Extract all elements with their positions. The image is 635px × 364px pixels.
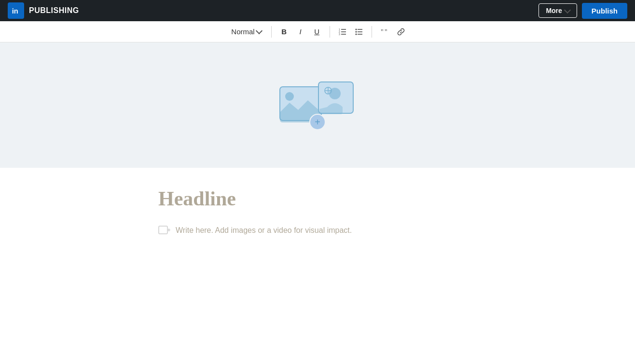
text-style-chevron-icon bbox=[256, 27, 262, 34]
text-format-group: B I U bbox=[276, 24, 325, 40]
svg-rect-23 bbox=[159, 226, 167, 234]
link-icon bbox=[397, 27, 405, 36]
text-style-dropdown[interactable]: Normal bbox=[226, 26, 266, 38]
list-group: 1 2 3 bbox=[335, 24, 367, 40]
ordered-list-icon: 1 2 3 bbox=[338, 27, 347, 36]
chevron-down-icon bbox=[564, 6, 571, 13]
plus-icon: + bbox=[315, 117, 320, 127]
top-nav: in PUBLISHING More Publish bbox=[0, 0, 635, 21]
underline-button[interactable]: U bbox=[309, 24, 325, 40]
svg-point-8 bbox=[355, 28, 357, 30]
insert-group: " " bbox=[377, 24, 409, 40]
bold-button[interactable]: B bbox=[276, 24, 292, 40]
nav-left: in PUBLISHING bbox=[8, 2, 79, 19]
publish-button[interactable]: Publish bbox=[582, 3, 627, 19]
body-area[interactable]: Write here. Add images or a video for vi… bbox=[158, 225, 477, 236]
ordered-list-button[interactable]: 1 2 3 bbox=[335, 24, 350, 40]
editor-area: Headline Write here. Add images or a vid… bbox=[149, 168, 486, 256]
add-media-icon bbox=[158, 226, 171, 236]
nav-right: More Publish bbox=[538, 3, 627, 19]
link-button[interactable] bbox=[393, 24, 409, 40]
quote-icon: " " bbox=[380, 27, 389, 36]
more-button[interactable]: More bbox=[538, 3, 577, 18]
italic-button[interactable]: I bbox=[293, 24, 308, 40]
publishing-label: PUBLISHING bbox=[29, 6, 79, 15]
body-placeholder-text[interactable]: Write here. Add images or a video for vi… bbox=[176, 225, 352, 236]
svg-point-9 bbox=[355, 31, 357, 32]
text-style-label: Normal bbox=[231, 27, 254, 36]
text-style-group: Normal bbox=[226, 26, 266, 38]
cover-icon-group: + bbox=[279, 76, 356, 134]
svg-text:3: 3 bbox=[339, 32, 340, 35]
quote-button[interactable]: " " bbox=[377, 24, 392, 40]
svg-point-10 bbox=[355, 33, 357, 35]
svg-text:in: in bbox=[12, 7, 18, 15]
svg-point-17 bbox=[285, 92, 294, 101]
svg-text:": " bbox=[385, 28, 387, 36]
formatting-toolbar: Normal B I U 1 2 3 bbox=[0, 21, 635, 42]
svg-point-19 bbox=[329, 88, 341, 99]
headline-placeholder[interactable]: Headline bbox=[158, 187, 477, 210]
linkedin-logo: in bbox=[8, 2, 24, 19]
cover-image-area[interactable]: + bbox=[0, 42, 635, 168]
unordered-list-button[interactable] bbox=[351, 24, 367, 40]
add-cover-button[interactable]: + bbox=[309, 114, 326, 130]
toolbar-divider-3 bbox=[372, 26, 372, 38]
photo-card-2-icon bbox=[318, 81, 356, 117]
toolbar-divider-2 bbox=[330, 26, 330, 38]
svg-text:": " bbox=[381, 28, 384, 36]
more-button-label: More bbox=[546, 7, 562, 14]
unordered-list-icon bbox=[355, 27, 363, 36]
toolbar-divider-1 bbox=[271, 26, 272, 38]
